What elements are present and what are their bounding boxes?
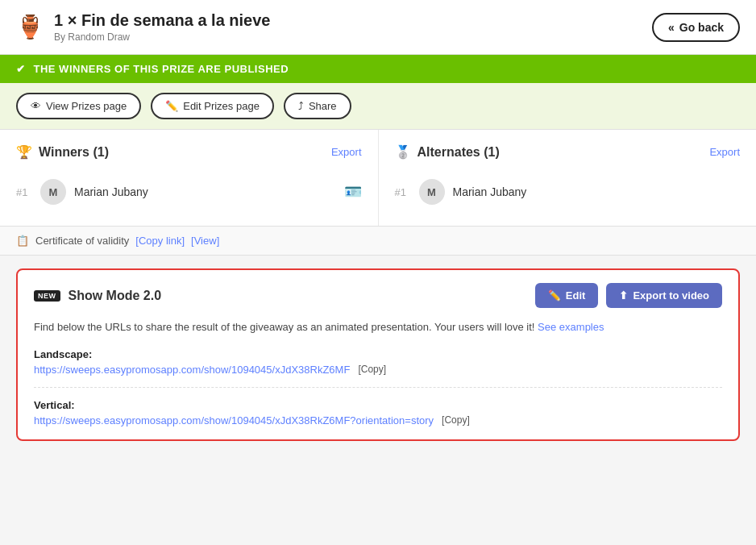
go-back-button[interactable]: « Go back [652,13,740,42]
certificate-label: Certificate of validity [35,235,129,247]
see-examples-link[interactable]: See examples [538,321,604,333]
show-mode-header: NEW Show Mode 2.0 ✏️ Edit ⬆ Export to vi… [34,283,722,308]
landscape-url-row: https://sweeps.easypromosapp.com/show/10… [34,364,722,376]
show-mode-edit-button[interactable]: ✏️ Edit [535,283,599,308]
alternates-title-text: Alternates (1) [417,145,500,160]
winners-banner: ✔ THE WINNERS OF THIS PRIZE ARE PUBLISHE… [0,55,756,83]
page-title: 1 × Fin de semana a la nieve [54,11,270,30]
view-prizes-label: View Prizes page [46,100,127,112]
eye-icon: 👁 [31,100,41,112]
export-video-button[interactable]: ⬆ Export to video [606,283,722,308]
header: 🏺 1 × Fin de semana a la nieve By Random… [0,0,756,55]
alternates-panel: 🥈 Alternates (1) Export #1 M Marian Juba… [379,130,757,226]
edit-prizes-label: Edit Prizes page [183,100,260,112]
alternate-name: Marian Jubany [453,185,527,198]
landscape-label: Landscape: [34,348,722,360]
winners-title-text: Winners (1) [39,145,109,160]
copy-link-button[interactable]: [Copy link] [135,235,185,247]
go-back-label: Go back [679,21,724,34]
alternates-panel-header: 🥈 Alternates (1) Export [395,144,741,160]
prize-icon: 🏺 [16,14,44,40]
vertical-label: Vertical: [34,399,722,411]
view-prizes-button[interactable]: 👁 View Prizes page [16,93,141,119]
alternates-title: 🥈 Alternates (1) [395,144,500,160]
alternate-avatar: M [419,179,445,205]
chevron-left-icon: « [668,21,675,34]
show-mode-title-text: Show Mode 2.0 [69,289,162,303]
winners-panel-header: 🏆 Winners (1) Export [16,144,362,160]
action-bar: 👁 View Prizes page ✏️ Edit Prizes page ⤴… [0,83,756,130]
header-left: 🏺 1 × Fin de semana a la nieve By Random… [16,11,270,43]
banner-text: THE WINNERS OF THIS PRIZE ARE PUBLISHED [34,63,289,75]
user-card-icon[interactable]: 🪪 [344,183,362,201]
subtitle: By Random Draw [54,31,130,43]
vertical-copy-button[interactable]: [Copy] [442,414,470,426]
new-badge: NEW [34,290,60,302]
edit-pencil-icon: ✏️ [548,289,561,302]
alternate-left: #1 M Marian Jubany [395,179,527,205]
alt-trophy-icon: 🥈 [395,144,411,160]
winner-rank: #1 [16,186,32,198]
winners-panel: 🏆 Winners (1) Export #1 M Marian Jubany … [0,130,379,226]
share-label: Share [309,100,337,112]
landscape-url-section: Landscape: https://sweeps.easypromosapp.… [34,348,722,388]
alternates-export-link[interactable]: Export [709,146,740,158]
trophy-icon: 🏆 [16,144,32,160]
vertical-url-link[interactable]: https://sweeps.easypromosapp.com/show/10… [34,414,434,426]
alternate-rank: #1 [395,186,411,198]
show-mode-description: Find below the URLs to share the result … [34,319,722,335]
show-mode-panel: NEW Show Mode 2.0 ✏️ Edit ⬆ Export to vi… [16,268,740,441]
share-icon: ⤴ [298,100,304,112]
check-icon: ✔ [16,63,26,75]
winners-export-link[interactable]: Export [331,146,362,158]
header-title-block: 1 × Fin de semana a la nieve By Random D… [54,11,270,43]
vertical-url-row: https://sweeps.easypromosapp.com/show/10… [34,414,722,426]
winner-left: #1 M Marian Jubany [16,179,148,205]
landscape-copy-button[interactable]: [Copy] [358,364,386,375]
show-mode-title: NEW Show Mode 2.0 [34,289,161,303]
certificate-bar: 📋 Certificate of validity [Copy link] [V… [0,227,756,256]
upload-icon: ⬆ [619,289,628,302]
alternate-row: #1 M Marian Jubany [395,173,741,211]
winner-avatar: M [40,179,66,205]
edit-prizes-button[interactable]: ✏️ Edit Prizes page [151,93,274,119]
view-link-button[interactable]: [View] [191,235,219,247]
certificate-icon: 📋 [16,235,29,247]
vertical-url-section: Vertical: https://sweeps.easypromosapp.c… [34,399,722,426]
export-video-label: Export to video [633,289,709,302]
winner-name: Marian Jubany [74,185,148,198]
edit-label: Edit [566,289,586,302]
winner-row: #1 M Marian Jubany 🪪 [16,173,362,211]
share-button[interactable]: ⤴ Share [284,93,351,119]
pencil-icon: ✏️ [165,100,178,112]
winners-title: 🏆 Winners (1) [16,144,109,160]
show-mode-actions: ✏️ Edit ⬆ Export to video [535,283,722,308]
landscape-url-link[interactable]: https://sweeps.easypromosapp.com/show/10… [34,364,350,376]
panels-row: 🏆 Winners (1) Export #1 M Marian Jubany … [0,130,756,227]
